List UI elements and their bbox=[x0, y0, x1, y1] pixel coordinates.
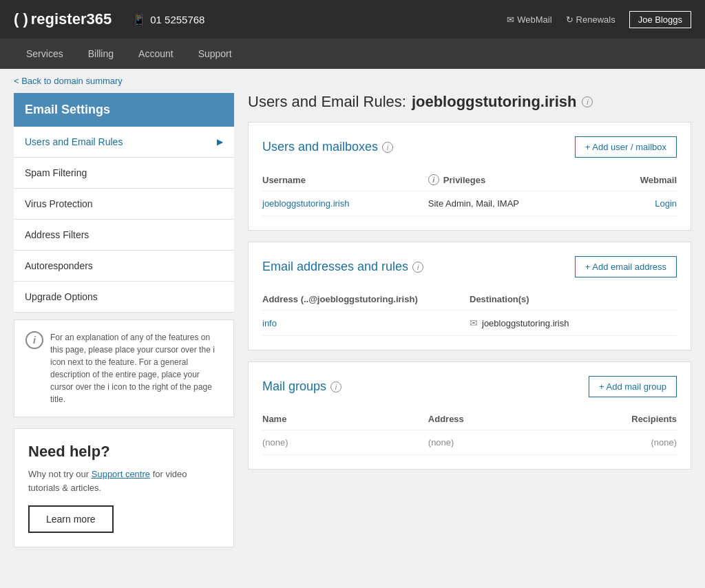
refresh-icon: ↻ bbox=[566, 14, 574, 25]
page-title: Users and Email Rules: joebloggstutoring… bbox=[248, 93, 691, 111]
add-email-address-button[interactable]: + Add email address bbox=[575, 256, 677, 277]
add-mail-group-button[interactable]: + Add mail group bbox=[589, 376, 677, 397]
email-addresses-info-icon[interactable]: i bbox=[412, 262, 423, 273]
learn-more-button[interactable]: Learn more bbox=[28, 505, 114, 533]
webmail-link[interactable]: ✉ WebMail bbox=[507, 14, 551, 25]
mail-icon: ✉ bbox=[507, 14, 514, 25]
users-mailboxes-header: Users and mailboxes i + Add user / mailb… bbox=[262, 136, 677, 158]
help-title: Need help? bbox=[28, 443, 220, 461]
logo-text: register365 bbox=[31, 10, 112, 28]
sidebar-item-virus-protection[interactable]: Virus Protection bbox=[14, 189, 234, 220]
logo: ( ) register365 bbox=[14, 10, 112, 28]
support-centre-link[interactable]: Support centre bbox=[92, 469, 150, 479]
webmail-login-link[interactable]: Login bbox=[655, 198, 677, 209]
phone-icon: 📱 bbox=[132, 13, 146, 26]
sidebar-title: Email Settings bbox=[14, 93, 234, 127]
info-box: i For an explanation of any of the featu… bbox=[14, 319, 234, 417]
nav-support[interactable]: Support bbox=[186, 39, 244, 69]
mail-groups-info-icon[interactable]: i bbox=[330, 381, 341, 392]
users-mailboxes-title: Users and mailboxes i bbox=[262, 140, 393, 154]
sidebar-item-address-filters[interactable]: Address Filters bbox=[14, 220, 234, 251]
sidebar-item-users-email-rules[interactable]: Users and Email Rules ▶ bbox=[14, 127, 234, 158]
users-mailboxes-section: Users and mailboxes i + Add user / mailb… bbox=[248, 122, 691, 231]
help-box: Need help? Why not try our Support centr… bbox=[14, 428, 234, 547]
nav-services[interactable]: Services bbox=[14, 39, 76, 69]
table-row: info ✉ joebloggstutoring.irish bbox=[262, 311, 677, 336]
email-addresses-section: Email addresses and rules i + Add email … bbox=[248, 242, 691, 350]
email-addresses-title: Email addresses and rules i bbox=[262, 260, 423, 274]
sidebar: Email Settings Users and Email Rules ▶ S… bbox=[14, 93, 234, 574]
address-link[interactable]: info bbox=[262, 318, 277, 328]
phone-number: 📱 01 5255768 bbox=[132, 13, 204, 26]
privileges-info-icon[interactable]: i bbox=[428, 174, 439, 185]
nav-account[interactable]: Account bbox=[126, 39, 186, 69]
info-circle-icon: i bbox=[25, 331, 43, 349]
sidebar-item-upgrade-options[interactable]: Upgrade Options bbox=[14, 282, 234, 313]
top-bar: ( ) register365 📱 01 5255768 ✉ WebMail ↻… bbox=[0, 0, 705, 39]
nav-bar: Services Billing Account Support bbox=[0, 39, 705, 69]
username-link[interactable]: joebloggstutoring.irish bbox=[262, 198, 349, 209]
add-user-mailbox-button[interactable]: + Add user / mailbox bbox=[575, 136, 677, 158]
table-row: (none) (none) (none) bbox=[262, 430, 677, 455]
user-button[interactable]: Joe Bloggs bbox=[629, 11, 691, 28]
top-right-nav: ✉ WebMail ↻ Renewals Joe Bloggs bbox=[507, 11, 691, 28]
page-title-info-icon[interactable]: i bbox=[582, 96, 593, 107]
renewals-link[interactable]: ↻ Renewals bbox=[566, 14, 615, 25]
email-addresses-header: Email addresses and rules i + Add email … bbox=[262, 256, 677, 277]
help-text: Why not try our Support centre for video… bbox=[28, 468, 220, 494]
mail-groups-table-header: Name Address Recipients bbox=[262, 408, 677, 430]
mail-groups-title: Mail groups i bbox=[262, 379, 341, 394]
main-layout: Email Settings Users and Email Rules ▶ S… bbox=[0, 93, 705, 587]
arrow-right-icon: ▶ bbox=[217, 137, 223, 147]
table-row: joebloggstutoring.irish Site Admin, Mail… bbox=[262, 191, 677, 216]
envelope-icon: ✉ bbox=[470, 317, 478, 328]
nav-billing[interactable]: Billing bbox=[76, 39, 126, 69]
email-addresses-table-header: Address (..@joebloggstutoring.irish) Des… bbox=[262, 288, 677, 311]
breadcrumb: < Back to domain summary bbox=[0, 69, 705, 93]
mail-groups-section: Mail groups i + Add mail group Name Addr… bbox=[248, 361, 691, 470]
users-mailboxes-info-icon[interactable]: i bbox=[382, 142, 393, 153]
back-to-domain-link[interactable]: < Back to domain summary bbox=[14, 76, 123, 86]
main-content: Users and Email Rules: joebloggstutoring… bbox=[248, 93, 691, 574]
sidebar-item-spam-filtering[interactable]: Spam Filtering bbox=[14, 158, 234, 189]
sidebar-item-autoresponders[interactable]: Autoresponders bbox=[14, 251, 234, 282]
mail-groups-header: Mail groups i + Add mail group bbox=[262, 376, 677, 397]
users-table-header: Username i Privileges Webmail bbox=[262, 169, 677, 191]
